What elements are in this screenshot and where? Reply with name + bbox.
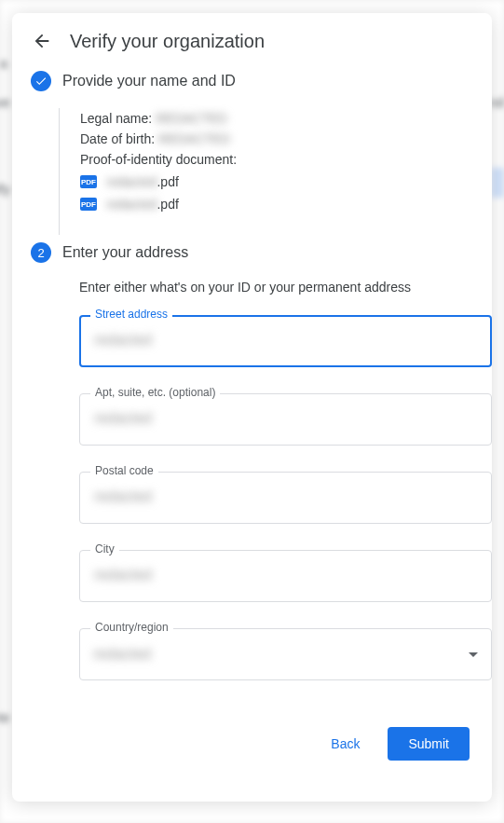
back-arrow-button[interactable] xyxy=(31,30,53,52)
pdf-icon: PDF xyxy=(80,175,97,188)
modal-footer: Back Submit xyxy=(12,721,492,761)
step2-number-badge: 2 xyxy=(31,242,51,263)
apt-field: Apt, suite, etc. (optional) redacted xyxy=(79,393,492,446)
postal-label: Postal code xyxy=(90,464,158,477)
chevron-down-icon xyxy=(469,652,478,657)
city-field: City redacted xyxy=(79,550,492,602)
step1-header: Provide your name and ID xyxy=(12,71,492,108)
street-address-field: Street address redacted xyxy=(79,315,492,367)
city-label: City xyxy=(90,542,119,556)
pdf-icon: PDF xyxy=(80,198,97,211)
modal-header: Verify your organization xyxy=(12,13,492,71)
doc-label: Proof-of-identity document: xyxy=(80,149,492,170)
step1-check-icon xyxy=(31,71,51,91)
step2-header: 2 Enter your address xyxy=(12,242,492,280)
country-label: Country/region xyxy=(90,621,173,634)
step2-helper: Enter either what's on your ID or your p… xyxy=(79,280,492,295)
submit-button[interactable]: Submit xyxy=(388,727,470,761)
step2-title: Enter your address xyxy=(62,244,188,261)
step1-title: Provide your name and ID xyxy=(62,73,236,89)
modal-title: Verify your organization xyxy=(70,31,265,52)
street-address-label: Street address xyxy=(90,308,172,321)
verify-org-modal: Verify your organization Provide your na… xyxy=(12,13,492,802)
country-field: Country/region redacted xyxy=(79,628,492,680)
apt-label: Apt, suite, etc. (optional) xyxy=(90,386,220,399)
country-select[interactable]: redacted xyxy=(79,628,492,680)
postal-field: Postal code redacted xyxy=(79,472,492,524)
step2-content: Enter either what's on your ID or your p… xyxy=(59,280,492,714)
arrow-back-icon xyxy=(32,31,52,51)
dob-row: Date of birth: REDACTED xyxy=(80,129,492,149)
file-row-2: PDF redacted.pdf xyxy=(80,194,492,214)
legal-name-row: Legal name: REDACTED xyxy=(80,108,492,129)
back-button[interactable]: Back xyxy=(310,727,380,761)
file-row-1: PDF redacted.pdf xyxy=(80,171,492,192)
step1-content: Legal name: REDACTED Date of birth: REDA… xyxy=(59,108,492,235)
